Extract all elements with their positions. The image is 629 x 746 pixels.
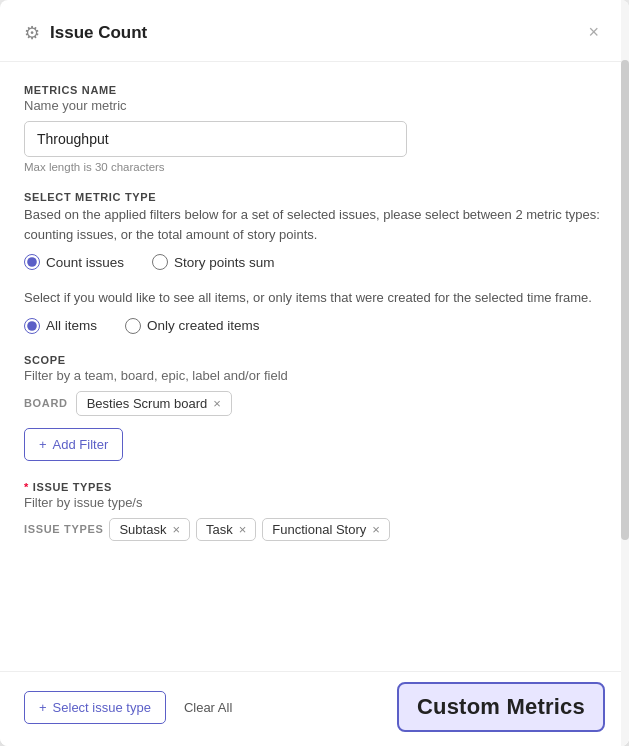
issue-types-section: ISSUE TYPES Filter by issue type/s ISSUE… [24,481,605,541]
metrics-name-input[interactable] [24,121,407,157]
issue-types-scope-label: ISSUE TYPES [24,523,103,535]
subtask-close[interactable]: × [172,523,180,536]
scope-label: SCOPE [24,354,605,366]
story-points-label: Story points sum [174,255,275,270]
subtask-tag: Subtask × [109,518,190,541]
clear-all-button[interactable]: Clear All [176,696,240,719]
modal-body: METRICS NAME Name your metric Max length… [0,62,629,671]
all-items-label: All items [46,318,97,333]
only-created-label: Only created items [147,318,260,333]
modal: ⚙ Issue Count × METRICS NAME Name your m… [0,0,629,746]
count-issues-label: Count issues [46,255,124,270]
scrollbar-track[interactable] [621,0,629,746]
items-filter-section: Select if you would like to see all item… [24,288,605,334]
metric-type-radio-group: Count issues Story points sum [24,254,605,270]
functional-story-label: Functional Story [272,522,366,537]
count-issues-radio[interactable] [24,254,40,270]
add-filter-label: Add Filter [53,437,109,452]
metric-type-label: SELECT METRIC TYPE [24,191,605,203]
story-points-radio[interactable] [152,254,168,270]
subtask-label: Subtask [119,522,166,537]
only-created-option[interactable]: Only created items [125,318,260,334]
scope-filter-row: BOARD Besties Scrum board × [24,391,605,416]
add-filter-button[interactable]: + Add Filter [24,428,123,461]
board-filter-tag: Besties Scrum board × [76,391,232,416]
custom-metrics-banner: Custom Metrics [397,682,605,732]
board-filter-value: Besties Scrum board [87,396,208,411]
board-filter-close[interactable]: × [213,397,221,410]
items-filter-radio-group: All items Only created items [24,318,605,334]
board-label-tag: BOARD [24,397,68,409]
all-items-radio[interactable] [24,318,40,334]
task-label: Task [206,522,233,537]
count-issues-option[interactable]: Count issues [24,254,124,270]
modal-title: Issue Count [50,23,582,43]
close-button[interactable]: × [582,18,605,47]
functional-story-close[interactable]: × [372,523,380,536]
all-items-option[interactable]: All items [24,318,97,334]
select-issue-type-icon: + [39,700,47,715]
scope-sublabel: Filter by a team, board, epic, label and… [24,368,605,383]
metric-type-description: Based on the applied filters below for a… [24,205,605,244]
metrics-name-section: METRICS NAME Name your metric Max length… [24,84,605,173]
select-issue-type-button[interactable]: + Select issue type [24,691,166,724]
select-issue-type-label: Select issue type [53,700,151,715]
issue-types-row: ISSUE TYPES Subtask × Task × Functional … [24,518,605,541]
bottom-bar: + Select issue type Clear All Custom Met… [0,671,629,746]
add-filter-icon: + [39,437,47,452]
modal-header: ⚙ Issue Count × [0,0,629,62]
metric-type-section: SELECT METRIC TYPE Based on the applied … [24,191,605,270]
scrollbar-thumb[interactable] [621,60,629,540]
task-tag: Task × [196,518,256,541]
metrics-name-sublabel: Name your metric [24,98,605,113]
metrics-name-label: METRICS NAME [24,84,605,96]
scope-section: SCOPE Filter by a team, board, epic, lab… [24,354,605,461]
gear-icon: ⚙ [24,22,40,44]
issue-types-label: ISSUE TYPES [24,481,605,493]
metrics-name-hint: Max length is 30 characters [24,161,605,173]
functional-story-tag: Functional Story × [262,518,390,541]
items-filter-description: Select if you would like to see all item… [24,288,605,308]
only-created-radio[interactable] [125,318,141,334]
task-close[interactable]: × [239,523,247,536]
story-points-option[interactable]: Story points sum [152,254,275,270]
issue-types-sublabel: Filter by issue type/s [24,495,605,510]
